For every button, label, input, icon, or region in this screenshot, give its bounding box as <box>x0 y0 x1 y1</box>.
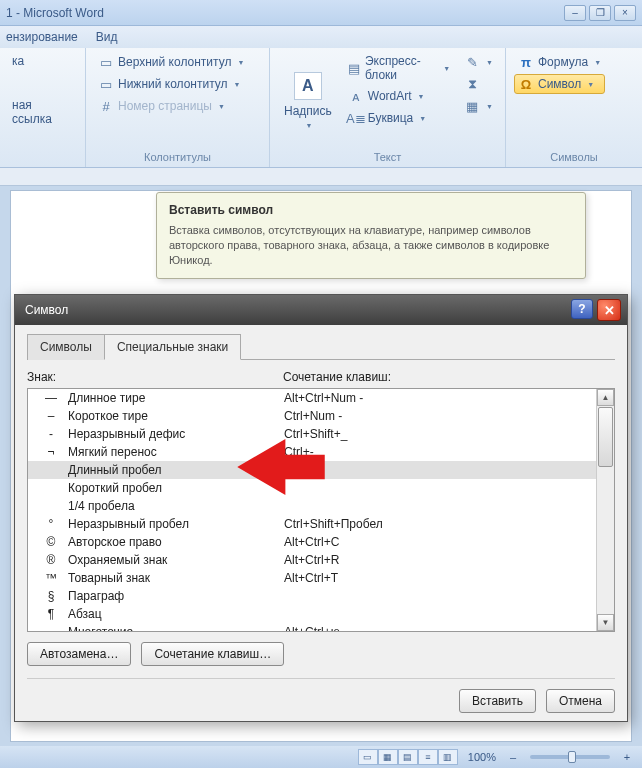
window-title: 1 - Microsoft Word <box>6 6 104 20</box>
list-item[interactable]: –Короткое тиреCtrl+Num - <box>28 407 596 425</box>
shortcut-key-button[interactable]: Сочетание клавиш… <box>141 642 284 666</box>
list-item[interactable]: -Неразрывный дефисCtrl+Shift+_ <box>28 425 596 443</box>
dialog-titlebar[interactable]: Символ ? ✕ <box>15 295 627 325</box>
tab-symbols[interactable]: Символы <box>27 334 105 360</box>
view-fullscreen-button[interactable]: ▦ <box>378 749 398 765</box>
tooltip-insert-symbol: Вставить символ Вставка символов, отсутс… <box>156 192 586 279</box>
zoom-percent[interactable]: 100% <box>468 751 496 763</box>
list-name: Авторское право <box>68 535 284 549</box>
list-symbol: … <box>34 625 68 631</box>
list-name: Неразрывный дефис <box>68 427 284 441</box>
ribbon-group-text: Текст <box>278 149 497 165</box>
footer-icon: ▭ <box>98 76 114 92</box>
list-item[interactable]: ¶Абзац <box>28 605 596 623</box>
list-name: Многоточие <box>68 625 284 631</box>
chevron-down-icon: ▼ <box>218 103 225 110</box>
object-icon: ▦ <box>464 98 480 114</box>
minimize-button[interactable]: – <box>564 5 586 21</box>
list-shortcut: Alt+Ctrl+Num - <box>284 391 596 405</box>
view-outline-button[interactable]: ≡ <box>418 749 438 765</box>
chevron-down-icon: ▼ <box>486 59 493 66</box>
zoom-in-button[interactable]: + <box>620 751 634 763</box>
close-button[interactable]: × <box>614 5 636 21</box>
column-shortcut-header: Сочетание клавиш: <box>283 370 391 384</box>
ribbon-textbox[interactable]: A Надпись ▼ <box>278 52 338 149</box>
ribbon-link-item2[interactable]: ная ссылка <box>8 96 77 128</box>
view-web-button[interactable]: ▤ <box>398 749 418 765</box>
autocorrect-button[interactable]: Автозамена… <box>27 642 131 666</box>
list-item[interactable]: …МноготочиеAlt+Ctrl+ю <box>28 623 596 631</box>
symbol-icon: Ω <box>518 76 534 92</box>
dialog-help-button[interactable]: ? <box>571 299 593 319</box>
list-name: 1/4 пробела <box>68 499 284 513</box>
list-symbol: – <box>34 409 68 423</box>
ribbon-wordart[interactable]: ᴀWordArt▼ <box>344 86 454 106</box>
list-item[interactable]: ®Охраняемый знакAlt+Ctrl+R <box>28 551 596 569</box>
special-characters-list[interactable]: —Длинное тиреAlt+Ctrl+Num -–Короткое тир… <box>27 388 615 632</box>
scrollbar[interactable]: ▲ ▼ <box>596 389 614 631</box>
tooltip-title: Вставить символ <box>169 203 573 217</box>
ribbon-equation[interactable]: πФормула▼ <box>514 52 605 72</box>
ribbon-signature[interactable]: ✎▼ <box>460 52 497 72</box>
list-symbol: ® <box>34 553 68 567</box>
ribbon-object[interactable]: ▦▼ <box>460 96 497 116</box>
ribbon-header[interactable]: ▭Верхний колонтитул▼ <box>94 52 248 72</box>
chevron-down-icon: ▼ <box>237 59 244 66</box>
list-item[interactable]: Короткий пробел <box>28 479 596 497</box>
list-item[interactable]: —Длинное тиреAlt+Ctrl+Num - <box>28 389 596 407</box>
list-symbol: - <box>34 427 68 441</box>
menu-view[interactable]: Вид <box>96 30 118 44</box>
ribbon-link-item1[interactable]: ка <box>8 52 77 70</box>
symbol-dialog: Символ ? ✕ Символы Специальные знаки Зна… <box>14 294 628 722</box>
chevron-down-icon: ▼ <box>418 93 425 100</box>
list-name: Неразрывный пробел <box>68 517 284 531</box>
insert-button[interactable]: Вставить <box>459 689 536 713</box>
list-item[interactable]: 1/4 пробела <box>28 497 596 515</box>
list-shortcut: Alt+Ctrl+ю <box>284 625 596 631</box>
list-item[interactable]: ™Товарный знакAlt+Ctrl+T <box>28 569 596 587</box>
list-name: Длинный пробел <box>68 463 284 477</box>
list-item[interactable]: ©Авторское правоAlt+Ctrl+C <box>28 533 596 551</box>
view-printlayout-button[interactable]: ▭ <box>358 749 378 765</box>
ribbon-dropcap[interactable]: A≣Буквица▼ <box>344 108 454 128</box>
scroll-up-button[interactable]: ▲ <box>597 389 614 406</box>
wordart-icon: ᴀ <box>348 88 364 104</box>
view-draft-button[interactable]: ▥ <box>438 749 458 765</box>
menubar: ензирование Вид <box>0 26 642 48</box>
list-symbol: — <box>34 391 68 405</box>
tab-special-characters[interactable]: Специальные знаки <box>104 334 241 360</box>
ribbon-datetime[interactable]: ⧗ <box>460 74 497 94</box>
scroll-thumb[interactable] <box>598 407 613 467</box>
list-shortcut: Ctrl+Num - <box>284 409 596 423</box>
list-item[interactable]: Длинный пробел <box>28 461 596 479</box>
dialog-close-button[interactable]: ✕ <box>597 299 621 321</box>
zoom-slider[interactable] <box>530 755 610 759</box>
ribbon-quickparts[interactable]: ▤Экспресс-блоки▼ <box>344 52 454 84</box>
list-item[interactable]: §Параграф <box>28 587 596 605</box>
chevron-down-icon: ▼ <box>443 65 450 72</box>
cancel-button[interactable]: Отмена <box>546 689 615 713</box>
restore-button[interactable]: ❐ <box>589 5 611 21</box>
zoom-thumb[interactable] <box>568 751 576 763</box>
ruler[interactable] <box>0 168 642 186</box>
menu-review[interactable]: ензирование <box>6 30 78 44</box>
column-char-header: Знак: <box>27 370 283 384</box>
ribbon-pagenumber[interactable]: #Номер страницы▼ <box>94 96 248 116</box>
ribbon-symbol[interactable]: ΩСимвол▼ <box>514 74 605 94</box>
list-item[interactable]: ¬Мягкий переносCtrl+- <box>28 443 596 461</box>
equation-icon: π <box>518 54 534 70</box>
list-shortcut: Alt+Ctrl+T <box>284 571 596 585</box>
zoom-out-button[interactable]: – <box>506 751 520 763</box>
dropcap-icon: A≣ <box>348 110 364 126</box>
list-item[interactable]: °Неразрывный пробелCtrl+Shift+Пробел <box>28 515 596 533</box>
list-name: Мягкий перенос <box>68 445 284 459</box>
chevron-down-icon: ▼ <box>486 103 493 110</box>
list-name: Охраняемый знак <box>68 553 284 567</box>
ribbon-footer[interactable]: ▭Нижний колонтитул▼ <box>94 74 248 94</box>
scroll-down-button[interactable]: ▼ <box>597 614 614 631</box>
textbox-icon: A <box>294 72 322 100</box>
header-icon: ▭ <box>98 54 114 70</box>
list-shortcut: Alt+Ctrl+R <box>284 553 596 567</box>
window-titlebar: 1 - Microsoft Word – ❐ × <box>0 0 642 26</box>
list-symbol: ™ <box>34 571 68 585</box>
